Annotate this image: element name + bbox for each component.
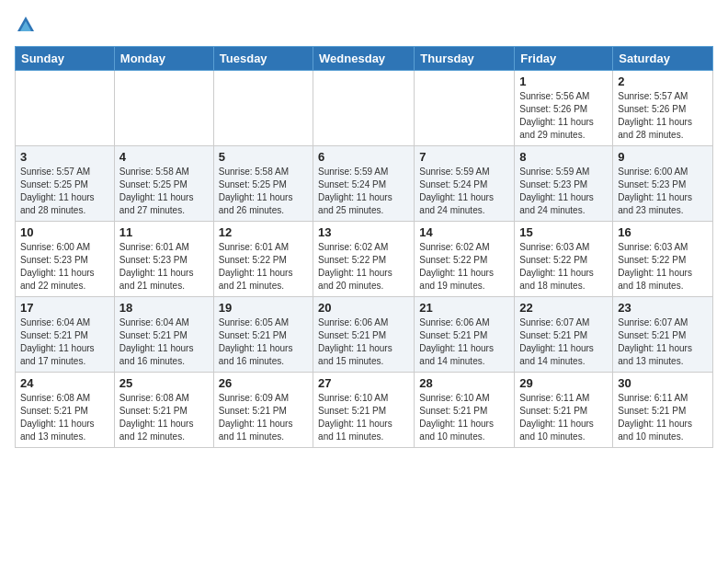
calendar-cell: 24Sunrise: 6:08 AM Sunset: 5:21 PM Dayli… [16, 373, 115, 448]
day-info: Sunrise: 6:07 AM Sunset: 5:21 PM Dayligh… [519, 316, 608, 368]
calendar-cell: 8Sunrise: 5:59 AM Sunset: 5:23 PM Daylig… [515, 146, 613, 222]
day-info: Sunrise: 6:08 AM Sunset: 5:21 PM Dayligh… [119, 392, 209, 443]
day-info: Sunrise: 6:08 AM Sunset: 5:21 PM Dayligh… [20, 392, 109, 443]
weekday-header-friday: Friday [515, 47, 613, 71]
calendar: SundayMondayTuesdayWednesdayThursdayFrid… [15, 46, 713, 448]
calendar-cell: 7Sunrise: 5:59 AM Sunset: 5:24 PM Daylig… [415, 146, 515, 222]
day-number: 15 [519, 225, 608, 239]
day-number: 29 [519, 376, 608, 390]
day-number: 21 [419, 301, 509, 315]
calendar-cell: 21Sunrise: 6:06 AM Sunset: 5:21 PM Dayli… [415, 297, 515, 373]
day-number: 30 [618, 376, 708, 390]
day-number: 16 [618, 225, 708, 239]
day-number: 9 [618, 150, 708, 164]
calendar-cell: 30Sunrise: 6:11 AM Sunset: 5:21 PM Dayli… [613, 373, 713, 448]
day-number: 8 [519, 150, 608, 164]
calendar-week-row: 1Sunrise: 5:56 AM Sunset: 5:26 PM Daylig… [16, 71, 713, 146]
calendar-cell [16, 71, 115, 146]
day-number: 10 [20, 225, 109, 239]
day-info: Sunrise: 6:03 AM Sunset: 5:22 PM Dayligh… [519, 241, 608, 293]
day-info: Sunrise: 6:05 AM Sunset: 5:21 PM Dayligh… [219, 316, 308, 368]
day-info: Sunrise: 6:00 AM Sunset: 5:23 PM Dayligh… [20, 241, 109, 293]
calendar-week-row: 10Sunrise: 6:00 AM Sunset: 5:23 PM Dayli… [16, 222, 713, 297]
calendar-cell: 19Sunrise: 6:05 AM Sunset: 5:21 PM Dayli… [213, 297, 313, 373]
calendar-cell: 25Sunrise: 6:08 AM Sunset: 5:21 PM Dayli… [114, 373, 213, 448]
day-number: 22 [519, 301, 608, 315]
weekday-header-tuesday: Tuesday [213, 47, 313, 71]
calendar-cell: 3Sunrise: 5:57 AM Sunset: 5:25 PM Daylig… [16, 146, 115, 222]
calendar-cell: 26Sunrise: 6:09 AM Sunset: 5:21 PM Dayli… [213, 373, 313, 448]
calendar-cell [114, 71, 213, 146]
calendar-cell: 2Sunrise: 5:57 AM Sunset: 5:26 PM Daylig… [613, 71, 713, 146]
calendar-cell: 5Sunrise: 5:58 AM Sunset: 5:25 PM Daylig… [213, 146, 313, 222]
calendar-cell: 15Sunrise: 6:03 AM Sunset: 5:22 PM Dayli… [515, 222, 613, 297]
day-info: Sunrise: 5:58 AM Sunset: 5:25 PM Dayligh… [219, 166, 308, 217]
day-info: Sunrise: 5:59 AM Sunset: 5:24 PM Dayligh… [318, 166, 409, 217]
day-number: 4 [119, 150, 209, 164]
day-info: Sunrise: 6:02 AM Sunset: 5:22 PM Dayligh… [419, 241, 509, 293]
day-number: 13 [318, 225, 409, 239]
day-info: Sunrise: 5:59 AM Sunset: 5:24 PM Dayligh… [419, 166, 509, 217]
day-number: 27 [318, 376, 409, 390]
day-info: Sunrise: 6:01 AM Sunset: 5:22 PM Dayligh… [219, 241, 308, 293]
calendar-cell [415, 71, 515, 146]
calendar-cell: 27Sunrise: 6:10 AM Sunset: 5:21 PM Dayli… [313, 373, 415, 448]
day-number: 20 [318, 301, 409, 315]
calendar-week-row: 17Sunrise: 6:04 AM Sunset: 5:21 PM Dayli… [16, 297, 713, 373]
day-info: Sunrise: 6:04 AM Sunset: 5:21 PM Dayligh… [119, 316, 209, 368]
calendar-cell: 10Sunrise: 6:00 AM Sunset: 5:23 PM Dayli… [16, 222, 115, 297]
day-number: 24 [20, 376, 109, 390]
day-info: Sunrise: 6:03 AM Sunset: 5:22 PM Dayligh… [618, 241, 708, 293]
header [15, 15, 713, 35]
day-info: Sunrise: 6:11 AM Sunset: 5:21 PM Dayligh… [618, 392, 708, 443]
weekday-header-saturday: Saturday [613, 47, 713, 71]
calendar-cell: 13Sunrise: 6:02 AM Sunset: 5:22 PM Dayli… [313, 222, 415, 297]
day-info: Sunrise: 6:06 AM Sunset: 5:21 PM Dayligh… [419, 316, 509, 368]
day-info: Sunrise: 6:01 AM Sunset: 5:23 PM Dayligh… [119, 241, 209, 293]
logo [15, 15, 37, 35]
calendar-week-row: 3Sunrise: 5:57 AM Sunset: 5:25 PM Daylig… [16, 146, 713, 222]
weekday-header-monday: Monday [114, 47, 213, 71]
day-number: 14 [419, 225, 509, 239]
calendar-cell: 11Sunrise: 6:01 AM Sunset: 5:23 PM Dayli… [114, 222, 213, 297]
day-info: Sunrise: 6:07 AM Sunset: 5:21 PM Dayligh… [618, 316, 708, 368]
calendar-cell: 28Sunrise: 6:10 AM Sunset: 5:21 PM Dayli… [415, 373, 515, 448]
day-number: 3 [20, 150, 109, 164]
day-number: 11 [119, 225, 209, 239]
calendar-cell: 22Sunrise: 6:07 AM Sunset: 5:21 PM Dayli… [515, 297, 613, 373]
weekday-header-sunday: Sunday [16, 47, 115, 71]
weekday-header-thursday: Thursday [415, 47, 515, 71]
day-info: Sunrise: 6:02 AM Sunset: 5:22 PM Dayligh… [318, 241, 409, 293]
calendar-cell: 12Sunrise: 6:01 AM Sunset: 5:22 PM Dayli… [213, 222, 313, 297]
calendar-cell: 18Sunrise: 6:04 AM Sunset: 5:21 PM Dayli… [114, 297, 213, 373]
day-info: Sunrise: 6:06 AM Sunset: 5:21 PM Dayligh… [318, 316, 409, 368]
calendar-cell: 23Sunrise: 6:07 AM Sunset: 5:21 PM Dayli… [613, 297, 713, 373]
day-info: Sunrise: 6:10 AM Sunset: 5:21 PM Dayligh… [318, 392, 409, 443]
day-info: Sunrise: 6:09 AM Sunset: 5:21 PM Dayligh… [219, 392, 308, 443]
day-number: 17 [20, 301, 109, 315]
day-number: 23 [618, 301, 708, 315]
calendar-cell: 29Sunrise: 6:11 AM Sunset: 5:21 PM Dayli… [515, 373, 613, 448]
calendar-cell [313, 71, 415, 146]
day-number: 25 [119, 376, 209, 390]
calendar-cell: 14Sunrise: 6:02 AM Sunset: 5:22 PM Dayli… [415, 222, 515, 297]
day-number: 18 [119, 301, 209, 315]
day-number: 7 [419, 150, 509, 164]
day-number: 1 [519, 75, 608, 88]
calendar-cell: 16Sunrise: 6:03 AM Sunset: 5:22 PM Dayli… [613, 222, 713, 297]
day-number: 28 [419, 376, 509, 390]
calendar-cell: 6Sunrise: 5:59 AM Sunset: 5:24 PM Daylig… [313, 146, 415, 222]
day-number: 2 [618, 75, 708, 88]
day-number: 12 [219, 225, 308, 239]
day-info: Sunrise: 5:56 AM Sunset: 5:26 PM Dayligh… [519, 90, 608, 142]
page: SundayMondayTuesdayWednesdayThursdayFrid… [0, 0, 728, 463]
day-number: 6 [318, 150, 409, 164]
day-info: Sunrise: 5:58 AM Sunset: 5:25 PM Dayligh… [119, 166, 209, 217]
day-info: Sunrise: 5:57 AM Sunset: 5:26 PM Dayligh… [618, 90, 708, 142]
logo-icon [16, 15, 36, 35]
calendar-cell: 4Sunrise: 5:58 AM Sunset: 5:25 PM Daylig… [114, 146, 213, 222]
day-info: Sunrise: 6:00 AM Sunset: 5:23 PM Dayligh… [618, 166, 708, 217]
day-info: Sunrise: 6:04 AM Sunset: 5:21 PM Dayligh… [20, 316, 109, 368]
weekday-header-wednesday: Wednesday [313, 47, 415, 71]
day-number: 26 [219, 376, 308, 390]
